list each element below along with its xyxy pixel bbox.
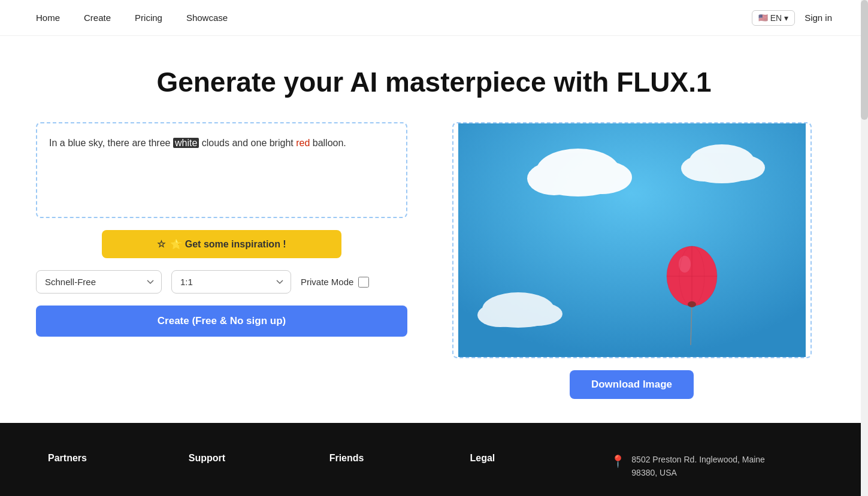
chevron-down-icon: ▾ — [784, 13, 788, 23]
footer-address-text: 8502 Preston Rd. Inglewood, Maine98380, … — [631, 453, 765, 480]
svg-point-9 — [691, 162, 753, 183]
svg-point-5 — [539, 170, 617, 196]
left-panel: In a blue sky, there are three white clo… — [36, 122, 407, 337]
inspiration-button[interactable]: ☆ ⭐ Get some inspiration ! — [102, 230, 341, 258]
hero-section: Generate your AI masterpiece with FLUX.1 — [0, 36, 868, 122]
controls-row: Schnell-Free Schnell Dev 1:1 16:9 9:16 4… — [36, 270, 407, 294]
svg-point-21 — [688, 301, 696, 307]
footer-col-partners: Partners — [48, 453, 153, 471]
nav-showcase[interactable]: Showcase — [186, 13, 228, 23]
hero-title: Generate your AI masterpiece with FLUX.1 — [36, 66, 832, 98]
navbar: Home Create Pricing Showcase 🇺🇸 EN ▾ Sig… — [0, 0, 868, 36]
lang-code: EN — [770, 13, 782, 23]
footer-col-legal: Legal — [470, 453, 574, 471]
download-image-button[interactable]: Download Image — [570, 370, 694, 399]
ratio-dropdown[interactable]: 1:1 16:9 9:16 4:3 — [171, 270, 291, 294]
model-dropdown[interactable]: Schnell-Free Schnell Dev — [36, 270, 162, 294]
footer-address: 📍 8502 Preston Rd. Inglewood, Maine98380… — [610, 453, 820, 480]
flag-icon: 🇺🇸 — [758, 13, 768, 22]
private-mode-label: Private Mode — [301, 277, 353, 287]
language-selector[interactable]: 🇺🇸 EN ▾ — [752, 10, 795, 26]
inspiration-label: ⭐ Get some inspiration ! — [170, 238, 286, 250]
nav-home[interactable]: Home — [36, 13, 60, 23]
main-content: In a blue sky, there are three white clo… — [0, 122, 868, 423]
nav-create[interactable]: Create — [84, 13, 111, 23]
nav-right: 🇺🇸 EN ▾ Sign in — [752, 10, 832, 26]
nav-links: Home Create Pricing Showcase — [36, 13, 752, 23]
footer-heading-legal: Legal — [470, 453, 574, 464]
footer-heading-partners: Partners — [48, 453, 153, 464]
footer: Partners Support Friends Legal 📍 8502 Pr… — [0, 423, 868, 496]
footer-heading-support: Support — [189, 453, 294, 464]
footer-col-friends: Friends — [329, 453, 434, 471]
nav-pricing[interactable]: Pricing — [135, 13, 162, 23]
prompt-text: In a blue sky, there are three white clo… — [49, 138, 346, 148]
svg-point-13 — [485, 310, 551, 328]
star-icon: ☆ — [157, 238, 165, 250]
private-mode-checkbox[interactable] — [358, 277, 369, 288]
create-button[interactable]: Create (Free & No sign up) — [36, 306, 407, 337]
scrollbar-track[interactable] — [861, 0, 868, 496]
generated-image-container — [452, 122, 812, 358]
location-icon: 📍 — [610, 454, 625, 468]
scrollbar-thumb[interactable] — [861, 0, 868, 120]
footer-heading-friends: Friends — [329, 453, 434, 464]
sky-scene — [453, 123, 810, 357]
right-panel: Download Image — [431, 122, 832, 399]
footer-col-support: Support — [189, 453, 294, 471]
sign-in-button[interactable]: Sign in — [805, 13, 832, 23]
prompt-textarea[interactable]: In a blue sky, there are three white clo… — [36, 122, 407, 218]
private-mode-control: Private Mode — [301, 277, 369, 288]
